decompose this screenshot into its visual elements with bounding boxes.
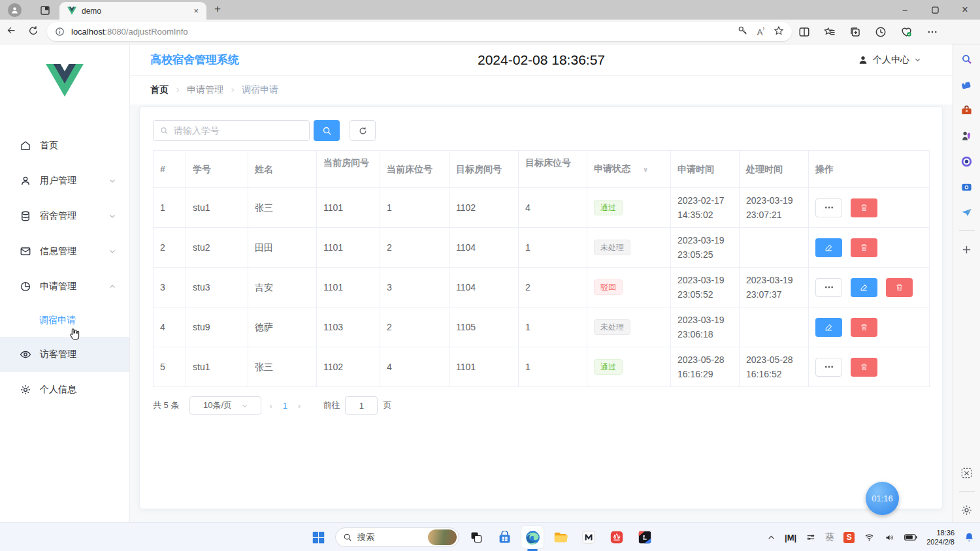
refresh-button[interactable]	[22, 25, 44, 39]
new-tab-button[interactable]: +	[214, 3, 221, 16]
sidebar-item-home[interactable]: 首页	[0, 128, 129, 163]
tray-marktext-icon[interactable]: |M|	[785, 533, 796, 543]
col-target-bed[interactable]: 目标床位号	[519, 151, 587, 188]
marktext-app-button[interactable]	[578, 526, 600, 548]
edit-button[interactable]	[851, 278, 877, 297]
clock-date[interactable]: 18:36 2024/2/8	[926, 528, 955, 546]
delete-button[interactable]	[851, 358, 877, 377]
current-page[interactable]: 1	[280, 401, 290, 411]
user-center-menu[interactable]: 个人中心	[858, 54, 921, 66]
collections-icon[interactable]	[849, 26, 861, 38]
sidebar-subitem-adjust-room[interactable]: 调宿申请	[0, 304, 129, 337]
sidebar-item-users[interactable]: 用户管理	[0, 163, 129, 198]
browser-essentials-icon[interactable]	[900, 25, 913, 38]
edge-browser-button[interactable]	[521, 526, 544, 548]
col-status[interactable]: 申请状态∨	[587, 151, 671, 188]
screen-recorder-timer[interactable]: 01:16	[866, 482, 899, 515]
split-screen-icon[interactable]	[798, 26, 810, 38]
col-apply-time[interactable]: 申请时间	[671, 151, 740, 188]
breadcrumb-level1[interactable]: 申请管理	[187, 84, 223, 96]
sidebar-screenshot-icon[interactable]	[960, 465, 974, 480]
edit-button[interactable]	[815, 318, 842, 337]
sort-caret-icon[interactable]	[325, 170, 333, 181]
delete-button[interactable]	[886, 278, 913, 297]
back-button[interactable]	[0, 25, 22, 38]
site-info-icon[interactable]	[55, 27, 65, 37]
page-size-select[interactable]: 10条/页	[189, 396, 261, 415]
col-process-time[interactable]: 处理时间	[740, 151, 809, 188]
sort-caret-icon[interactable]	[504, 163, 512, 174]
sort-caret-icon[interactable]	[785, 163, 792, 174]
workspaces-icon[interactable]	[40, 5, 50, 16]
sidebar-tools-icon[interactable]	[960, 103, 974, 118]
favorites-icon[interactable]	[824, 26, 836, 38]
prev-page-button[interactable]: ‹	[261, 401, 280, 411]
tray-sogou-icon[interactable]: S	[843, 532, 855, 543]
sidebar-shopping-icon[interactable]	[960, 78, 974, 92]
sort-caret-icon[interactable]	[716, 163, 724, 174]
sidebar-item-messages[interactable]: 信息管理	[0, 234, 129, 269]
start-button[interactable]	[307, 526, 329, 548]
search-button[interactable]	[314, 120, 340, 141]
more-actions-button[interactable]	[815, 198, 842, 217]
sidebar-settings-gear-icon[interactable]	[960, 503, 974, 517]
tray-expand-chevron-icon[interactable]	[767, 533, 776, 542]
tab-close-icon[interactable]: ×	[191, 6, 201, 16]
breadcrumb-home[interactable]: 首页	[150, 84, 169, 96]
favorite-star-icon[interactable]	[774, 25, 784, 39]
more-actions-button[interactable]	[815, 278, 842, 297]
tray-ime-kui-icon[interactable]: 葵	[825, 531, 834, 543]
address-bar[interactable]: localhost:8080/adjustRoomInfo A⁾	[47, 22, 792, 41]
col-student-id[interactable]: 学号	[186, 151, 248, 188]
tray-sliders-icon[interactable]	[806, 533, 816, 542]
read-aloud-icon[interactable]: A⁾	[757, 25, 764, 37]
sidebar-wallet-icon[interactable]	[960, 180, 974, 194]
col-current-room[interactable]: 当前房间号	[317, 151, 380, 188]
filter-chevron-icon[interactable]: ∨	[643, 166, 648, 173]
col-target-room[interactable]: 目标房间号	[449, 151, 519, 188]
next-page-button[interactable]: ›	[290, 401, 308, 411]
sidebar-add-icon[interactable]	[960, 242, 974, 257]
delete-button[interactable]	[851, 318, 877, 337]
search-highlight-image[interactable]	[428, 529, 457, 545]
sidebar-mail-plane-icon[interactable]	[960, 205, 974, 219]
reset-button[interactable]	[350, 120, 376, 141]
window-maximize-button[interactable]	[920, 0, 950, 20]
huawei-app-button[interactable]	[606, 526, 628, 548]
goto-page-input[interactable]	[345, 396, 378, 415]
browser-profile-avatar[interactable]	[8, 3, 22, 17]
notification-bell-icon[interactable]	[964, 531, 975, 543]
sidebar-item-dorms[interactable]: 宿舍管理	[0, 198, 129, 234]
battery-icon[interactable]	[904, 533, 917, 541]
volume-icon[interactable]	[884, 533, 895, 543]
window-close-button[interactable]: ×	[950, 0, 980, 20]
password-key-icon[interactable]	[738, 25, 748, 39]
search-input[interactable]	[174, 125, 302, 136]
more-menu-icon[interactable]	[926, 26, 938, 38]
intellij-idea-button[interactable]	[634, 526, 656, 548]
more-actions-button[interactable]	[815, 358, 842, 377]
sort-caret-icon[interactable]	[213, 163, 221, 174]
col-current-bed[interactable]: 当前床位号	[380, 151, 449, 188]
wifi-icon[interactable]	[864, 533, 875, 542]
student-id-search-field[interactable]	[153, 120, 310, 141]
microsoft-store-button[interactable]	[493, 526, 515, 548]
sidebar-item-applications[interactable]: 申请管理	[0, 269, 129, 304]
sidebar-item-visitors[interactable]: 访客管理	[0, 337, 129, 372]
browser-tab[interactable]: demo ×	[59, 2, 206, 20]
sort-caret-icon[interactable]	[632, 163, 640, 174]
delete-button[interactable]	[851, 198, 877, 217]
history-icon[interactable]	[875, 26, 887, 38]
sidebar-games-icon[interactable]	[960, 129, 974, 143]
taskbar-search-box[interactable]: 搜索	[335, 527, 459, 547]
sort-caret-icon[interactable]	[434, 163, 442, 174]
sidebar-office-icon[interactable]	[960, 154, 974, 168]
delete-button[interactable]	[851, 238, 877, 257]
sort-caret-icon[interactable]	[527, 170, 535, 181]
file-explorer-button[interactable]	[549, 526, 572, 548]
edit-button[interactable]	[815, 238, 842, 257]
sidebar-search-icon[interactable]	[960, 52, 974, 67]
window-minimize-button[interactable]: –	[890, 0, 920, 20]
task-view-button[interactable]	[465, 526, 487, 548]
sidebar-item-profile[interactable]: 个人信息	[0, 372, 129, 407]
